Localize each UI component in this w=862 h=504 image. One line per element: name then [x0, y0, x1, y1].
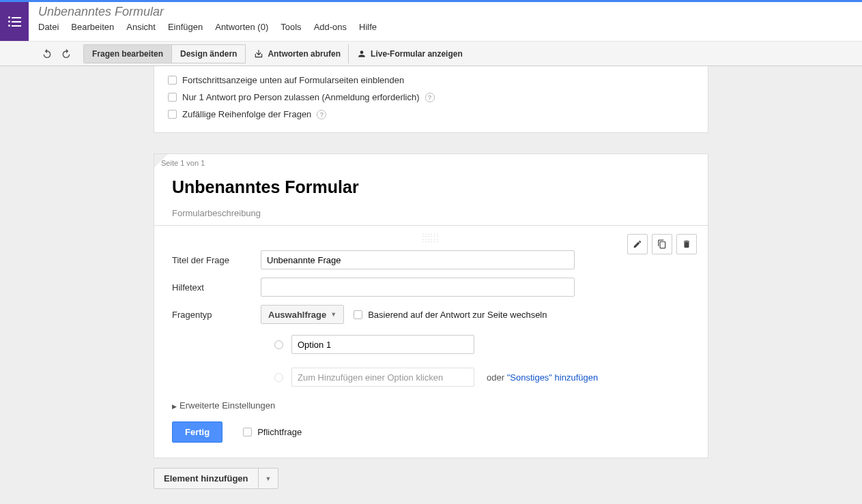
option-1-input[interactable]: [291, 335, 474, 354]
menu-file[interactable]: Datei: [38, 20, 59, 33]
checkbox-required[interactable]: [243, 428, 252, 436]
option-one-response-label: Nur 1 Antwort pro Person zulassen (Anmel…: [182, 92, 420, 102]
help-icon[interactable]: ?: [317, 110, 326, 119]
checkbox-one-response[interactable]: [168, 93, 177, 102]
option-shuffle-label: Zufällige Reihenfolge der Fragen: [182, 109, 311, 119]
fetch-responses-label: Antworten abrufen: [268, 49, 341, 59]
checkbox-progress[interactable]: [168, 76, 177, 85]
done-button[interactable]: Fertig: [172, 421, 222, 443]
help-icon[interactable]: ?: [425, 93, 435, 102]
add-element-dropdown[interactable]: ▼: [259, 469, 278, 488]
trash-icon: [682, 239, 691, 249]
menu-help[interactable]: Hilfe: [359, 20, 377, 33]
edit-button[interactable]: [627, 234, 648, 254]
menubar: Datei Bearbeiten Ansicht Einfügen Antwor…: [38, 20, 852, 33]
app-menu-button[interactable]: [0, 2, 29, 41]
form-description[interactable]: Formularbeschreibung: [172, 208, 690, 218]
add-element-label: Element hinzufügen: [154, 469, 259, 488]
menu-addons[interactable]: Add-ons: [314, 20, 347, 33]
question-type-dropdown[interactable]: Auswahlfrage ▼: [261, 305, 344, 324]
or-text: oder "Sonstiges" hinzufügen: [487, 372, 598, 383]
document-title[interactable]: Unbenanntes Formular: [38, 5, 852, 19]
triangle-right-icon: ▶: [172, 403, 177, 410]
radio-indicator: [274, 373, 283, 382]
question-type-label: Fragentyp: [172, 310, 261, 320]
tab-edit-questions[interactable]: Fragen bearbeiten: [84, 45, 172, 63]
checkbox-shuffle[interactable]: [168, 110, 177, 119]
pencil-icon: [633, 239, 642, 249]
required-label: Pflichtfrage: [257, 427, 302, 437]
help-text-label: Hilfetext: [172, 282, 261, 293]
list-icon: [8, 16, 21, 27]
help-text-input[interactable]: [261, 278, 575, 297]
checkbox-goto[interactable]: [354, 310, 362, 319]
drag-handle[interactable]: ::::::::::::: [172, 233, 690, 246]
menu-edit[interactable]: Bearbeiten: [71, 20, 114, 33]
view-live-label: Live-Formular anzeigen: [371, 49, 463, 59]
form-title[interactable]: Unbenanntes Formular: [172, 177, 690, 197]
question-title-input[interactable]: [261, 250, 575, 269]
undo-button[interactable]: [40, 46, 55, 61]
person-icon: [357, 49, 367, 59]
menu-insert[interactable]: Einfügen: [168, 20, 203, 33]
advanced-settings-toggle[interactable]: ▶Erweiterte Einstellungen: [172, 394, 690, 421]
goto-label: Basierend auf der Antwort zur Seite wech…: [368, 310, 547, 320]
export-icon: [254, 49, 263, 59]
add-option-input[interactable]: Zum Hinzufügen einer Option klicken: [291, 368, 474, 387]
delete-button[interactable]: [676, 234, 697, 254]
question-card: :::::::::::: Titel der Frage: [154, 225, 708, 458]
page-indicator: Seite 1 von 1: [154, 154, 209, 173]
duplicate-button[interactable]: [652, 234, 672, 254]
question-title-label: Titel der Frage: [172, 255, 261, 265]
fetch-responses-button[interactable]: Antworten abrufen: [245, 44, 349, 63]
menu-view[interactable]: Ansicht: [126, 20, 156, 33]
add-element-button[interactable]: Element hinzufügen ▼: [154, 468, 278, 489]
undo-icon: [42, 48, 53, 59]
redo-button[interactable]: [59, 46, 74, 61]
question-type-value: Auswahlfrage: [268, 310, 326, 320]
redo-icon: [61, 48, 72, 59]
copy-icon: [657, 239, 667, 249]
menu-responses[interactable]: Antworten (0): [215, 20, 268, 33]
menu-tools[interactable]: Tools: [281, 20, 301, 33]
form-options-panel: Fortschrittsanzeige unten auf Formularse…: [154, 66, 708, 133]
radio-indicator: [274, 340, 283, 349]
tab-change-design[interactable]: Design ändern: [172, 45, 245, 63]
option-progress-label: Fortschrittsanzeige unten auf Formularse…: [182, 75, 404, 85]
add-other-link[interactable]: "Sonstiges" hinzufügen: [507, 372, 599, 383]
chevron-down-icon: ▼: [330, 311, 336, 318]
view-live-button[interactable]: Live-Formular anzeigen: [348, 44, 471, 63]
